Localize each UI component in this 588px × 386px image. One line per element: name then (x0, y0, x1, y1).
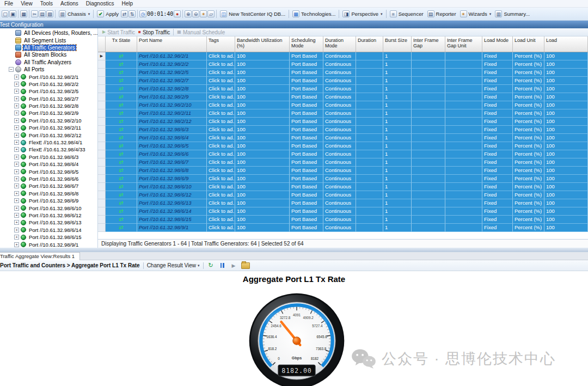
menu-item-diagnostics[interactable]: Diagnostics (82, 1, 118, 7)
table-cell[interactable]: Port Based (290, 85, 323, 93)
grid-icon[interactable]: ▦ (20, 10, 27, 17)
table-cell[interactable]: 100 (544, 134, 588, 142)
tx-state-cell[interactable]: ⇄ (106, 126, 137, 134)
table-cell[interactable] (445, 158, 482, 167)
sidebar-item-port[interactable]: +Port //10.61.32.98/9/1 (9, 241, 97, 248)
sidebar-item-port[interactable]: +Port //10.61.32.98/6/4 (9, 161, 97, 168)
table-cell[interactable] (356, 77, 383, 85)
table-cell[interactable] (412, 150, 445, 158)
table-cell[interactable]: 100 (235, 52, 290, 60)
table-cell[interactable]: Port Based (290, 134, 323, 142)
row-selector-cell[interactable] (98, 142, 106, 150)
table-cell[interactable]: Port Based (290, 101, 323, 109)
table-cell[interactable]: 100 (544, 77, 588, 85)
table-row[interactable]: ⇄Port //10.61.32.98/9/1Click to ad...100… (98, 224, 588, 232)
table-cell[interactable] (412, 207, 445, 216)
table-cell[interactable]: Port //10.61.32.98/6/14 (137, 207, 207, 216)
sidebar-item-port[interactable]: +Port //10.61.32.98/2/11 (9, 124, 97, 131)
sidebar-item[interactable]: All Stream Blocks (9, 51, 97, 58)
table-cell[interactable]: Continuous (323, 158, 356, 167)
tree-expander-icon[interactable]: + (14, 220, 19, 225)
sidebar-item-port[interactable]: +Port //10.61.32.98/2/7 (9, 95, 97, 102)
tree-expander-icon[interactable]: + (14, 111, 19, 115)
table-cell[interactable]: Percent (%) (513, 150, 544, 158)
column-header[interactable]: Scheduling Mode (290, 36, 323, 52)
pause-icon[interactable] (218, 262, 226, 269)
table-cell[interactable]: 100 (235, 93, 290, 101)
column-header[interactable]: Burst Size (383, 36, 412, 52)
column-header[interactable]: Inter Frame Gap Unit (445, 36, 482, 52)
tx-state-cell[interactable]: ⇄ (106, 93, 137, 101)
table-cell[interactable] (412, 118, 445, 126)
table-cell[interactable]: Port //10.61.32.98/2/1 (137, 52, 207, 60)
menu-item-actions[interactable]: Actions (57, 1, 82, 7)
table-cell[interactable] (412, 167, 445, 175)
table-cell[interactable]: Click to ad... (207, 109, 235, 118)
table-cell[interactable]: Percent (%) (513, 158, 544, 167)
tree-expander-icon[interactable]: + (14, 242, 19, 247)
tx-state-cell[interactable]: ⇄ (106, 191, 137, 199)
table-cell[interactable]: Fixed (482, 93, 513, 101)
table-cell[interactable]: Fixed (482, 150, 513, 158)
table-cell[interactable] (445, 167, 482, 175)
sidebar-item-port[interactable]: +Port //10.61.32.98/6/12 (9, 212, 97, 219)
table-cell[interactable] (412, 158, 445, 167)
table-cell[interactable]: Port Based (290, 167, 323, 175)
tx-state-cell[interactable]: ⇄ (106, 101, 137, 109)
table-cell[interactable]: Port //10.61.32.98/2/8 (137, 85, 207, 93)
change-result-view-button[interactable]: Change Result View ▾ (147, 262, 200, 268)
table-cell[interactable]: Percent (%) (513, 126, 544, 134)
table-cell[interactable]: Click to ad... (207, 60, 235, 69)
table-cell[interactable] (445, 118, 482, 126)
sync-icon[interactable]: ⇅ (128, 10, 136, 17)
table-cell[interactable] (356, 52, 383, 60)
table-cell[interactable] (356, 224, 383, 232)
column-header[interactable]: Duration Mode (323, 36, 356, 52)
table-cell[interactable]: Port Based (290, 216, 323, 224)
tree-expander-icon[interactable]: + (14, 206, 19, 211)
table-cell[interactable]: Click to ad... (207, 118, 235, 126)
tree-expander-icon[interactable]: + (14, 183, 19, 188)
sidebar-item-port[interactable]: +Port //10.61.32.98/2/1 (9, 73, 97, 80)
tx-state-cell[interactable]: ⇄ (106, 216, 137, 224)
table-cell[interactable]: 100 (544, 69, 588, 77)
table-cell[interactable]: Percent (%) (513, 60, 544, 69)
table-cell[interactable]: 100 (544, 207, 588, 216)
table-cell[interactable] (412, 77, 445, 85)
table-cell[interactable]: Fixed (482, 134, 513, 142)
column-header[interactable]: Load Mode (482, 36, 513, 52)
table-cell[interactable]: Percent (%) (513, 216, 544, 224)
table-cell[interactable]: 100 (544, 199, 588, 207)
table-cell[interactable]: 1 (383, 175, 412, 183)
row-selector-cell[interactable]: ▶ (98, 52, 106, 60)
table-cell[interactable] (356, 207, 383, 216)
sidebar-item[interactable]: All Devices (Hosts, Routers, ...) (9, 29, 97, 36)
table-cell[interactable]: Click to ad... (207, 191, 235, 199)
tx-state-cell[interactable]: ⇄ (106, 167, 137, 175)
tx-state-cell[interactable]: ⇄ (106, 207, 137, 216)
row-selector-cell[interactable] (98, 183, 106, 191)
tx-state-cell[interactable]: ⇄ (106, 183, 137, 191)
tree-expander-icon[interactable]: + (14, 191, 19, 196)
table-cell[interactable]: 100 (544, 158, 588, 167)
table-cell[interactable]: Click to ad... (207, 158, 235, 167)
table-cell[interactable]: 100 (235, 69, 290, 77)
table-cell[interactable]: Port Based (290, 109, 323, 118)
table-cell[interactable] (445, 126, 482, 134)
table-cell[interactable]: Port //10.61.32.98/6/9 (137, 175, 207, 183)
table-cell[interactable]: Port //10.61.32.98/6/8 (137, 167, 207, 175)
table-cell[interactable]: Percent (%) (513, 101, 544, 109)
table-cell[interactable] (356, 109, 383, 118)
table-row[interactable]: ▶⇄Port //10.61.32.98/2/1Click to ad...10… (98, 52, 588, 60)
row-selector-cell[interactable] (98, 224, 106, 232)
table-cell[interactable]: 1 (383, 216, 412, 224)
row-selector-cell[interactable] (98, 101, 106, 109)
sidebar-item-port[interactable]: +Port //10.61.32.98/6/14 (9, 226, 97, 234)
table-cell[interactable]: Continuous (323, 199, 356, 207)
table-cell[interactable]: 1 (383, 134, 412, 142)
tree-expander-icon[interactable]: + (14, 176, 19, 181)
table-cell[interactable]: Port Based (290, 126, 323, 134)
table-row[interactable]: ⇄Port //10.61.32.98/6/8Click to ad...100… (98, 167, 588, 175)
pane-splitter[interactable] (0, 248, 588, 252)
link-icon[interactable]: ⇄ (121, 10, 128, 17)
